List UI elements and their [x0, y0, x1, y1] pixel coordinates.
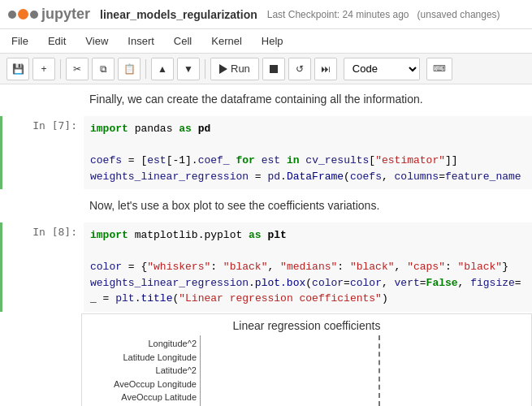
- code-cell-8[interactable]: In [8]: import matplotlib.pyplot as plt …: [0, 222, 532, 312]
- jupyter-logo: jupyter: [8, 6, 90, 23]
- top-bar: jupyter linear_models_regularization Las…: [0, 0, 532, 29]
- plot-label-5: AveOccup Latitude: [89, 392, 197, 402]
- plot-title: Linear regression coefficients: [82, 314, 531, 335]
- cell-8-line-3: color = {"whiskers": "black", "medians":…: [90, 259, 526, 275]
- plot-y-labels: Longitude^2 Latitude Longitude Latitude^…: [82, 335, 200, 406]
- toolbar-sep3: [205, 59, 205, 79]
- code-cell-7[interactable]: In [7]: import pandas as pd coefs = [est…: [0, 116, 532, 189]
- run-label: Run: [231, 63, 250, 75]
- cell-8-label: In [8]:: [2, 222, 84, 312]
- toolbar: 💾 + ✂ ⧉ 📋 ▲ ▼ Run ↺ ⏭ Code Markdown Raw …: [0, 54, 532, 84]
- toolbar-sep1: [60, 59, 61, 79]
- toolbar-sep2: [145, 59, 146, 79]
- notebook-content: Finally, we can create the dataframe con…: [0, 84, 532, 406]
- stop-icon: [270, 65, 278, 73]
- menu-cell[interactable]: Cell: [171, 33, 195, 49]
- cell-7-label: In [7]:: [2, 116, 84, 189]
- cell-7-content[interactable]: import pandas as pd coefs = [est[-1].coe…: [84, 116, 532, 189]
- plot-label-1: Longitude^2: [89, 339, 197, 348]
- move-down-button[interactable]: ▼: [177, 58, 200, 80]
- play-icon: [219, 64, 227, 74]
- paste-button[interactable]: 📋: [118, 58, 141, 80]
- circle-right: [30, 11, 38, 19]
- menu-file[interactable]: File: [8, 33, 32, 49]
- cut-button[interactable]: ✂: [66, 58, 89, 80]
- restart-button[interactable]: ↺: [288, 58, 311, 80]
- cell-7-line-4: weights_linear_regression = pd.DataFrame…: [90, 169, 526, 185]
- move-up-button[interactable]: ▲: [151, 58, 174, 80]
- menu-insert[interactable]: Insert: [124, 33, 158, 49]
- plot-label-2: Latitude Longitude: [89, 352, 197, 362]
- cell-type-select[interactable]: Code Markdown Raw: [344, 58, 420, 80]
- jupyter-circles: [8, 9, 38, 19]
- menu-kernel[interactable]: Kernel: [208, 33, 245, 49]
- menu-edit[interactable]: Edit: [45, 33, 69, 49]
- run-button[interactable]: Run: [210, 58, 259, 80]
- plot-output: Linear regression coefficients Longitude…: [81, 313, 532, 407]
- dashed-line-1: [378, 335, 380, 406]
- cell-8-line-4: weights_linear_regression.plot.box(color…: [90, 275, 526, 292]
- menu-view[interactable]: View: [82, 33, 111, 49]
- stop-button[interactable]: [262, 58, 285, 80]
- plot-body: Longitude^2 Latitude Longitude Latitude^…: [82, 335, 531, 406]
- fast-forward-button[interactable]: ⏭: [314, 58, 337, 80]
- plot-label-3: Latitude^2: [89, 365, 197, 375]
- cell-8-line-2: [90, 244, 526, 260]
- menu-help[interactable]: Help: [258, 33, 287, 49]
- text-cell-1: Finally, we can create the dataframe con…: [0, 84, 532, 114]
- cell-7-line-2: [90, 137, 526, 153]
- cell-7-line-1: import pandas as pd: [90, 121, 526, 137]
- circle-center: [18, 9, 28, 19]
- cell-7-line-3: coefs = [est[-1].coef_ for est in cv_res…: [90, 153, 526, 169]
- save-button[interactable]: 💾: [6, 58, 29, 80]
- copy-button[interactable]: ⧉: [92, 58, 115, 80]
- plot-chart: [200, 335, 525, 406]
- cell-8-line-1: import matplotlib.pyplot as plt: [90, 227, 526, 244]
- notebook-title: linear_models_regularization: [100, 8, 257, 21]
- text-cell-1-content: Finally, we can create the dataframe con…: [89, 93, 423, 106]
- text-cell-2: Now, let's use a box plot to see the coe…: [0, 191, 532, 221]
- cell-8-content[interactable]: import matplotlib.pyplot as plt color = …: [84, 222, 532, 312]
- add-cell-button[interactable]: +: [32, 58, 55, 80]
- menu-bar: File Edit View Insert Cell Kernel Help: [0, 29, 532, 54]
- cell-8-line-5: _ = plt.title("Linear regression coeffic…: [90, 291, 526, 307]
- checkpoint-text: Last Checkpoint: 24 minutes ago (unsaved…: [267, 9, 500, 20]
- plot-label-4: AveOccup Longitude: [89, 379, 197, 389]
- text-cell-2-content: Now, let's use a box plot to see the coe…: [89, 199, 379, 212]
- circle-left: [8, 11, 16, 19]
- jupyter-label: jupyter: [41, 6, 90, 23]
- keyboard-button[interactable]: ⌨: [426, 58, 452, 80]
